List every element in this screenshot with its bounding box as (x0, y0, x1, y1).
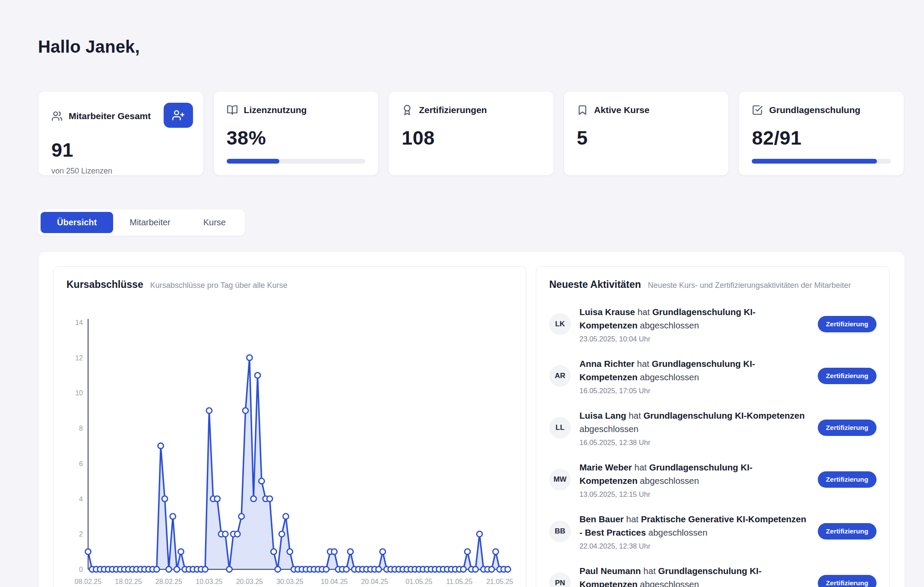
suffix-word: abgeschlossen (649, 527, 708, 537)
stat-label: Aktive Kurse (594, 105, 649, 115)
svg-text:28.02.25: 28.02.25 (155, 578, 182, 585)
book-open-icon (227, 104, 238, 116)
certification-badge: Zertifizierung (818, 420, 877, 436)
activity-text: Luisa Lang hat Grundlagenschulung KI-Kom… (579, 409, 809, 447)
activity-list: LK Luisa Krause hat Grundlagenschulung K… (549, 305, 877, 587)
suffix-word: abgeschlossen (640, 320, 699, 330)
course-completions-panel: Kursabschlüsse Kursabschlüsse pro Tag üb… (53, 266, 526, 587)
stat-card-header: Lizenznutzung (227, 104, 366, 116)
employee-name: Luisa Lang (579, 410, 626, 420)
stat-value: 38% (227, 127, 366, 149)
employee-name: Paul Neumann (579, 566, 641, 576)
add-user-button[interactable] (164, 103, 193, 128)
svg-text:01.05.25: 01.05.25 (405, 578, 432, 585)
activity-description: Luisa Krause hat Grundlagenschulung KI-K… (579, 305, 809, 332)
stat-value: 91 (51, 139, 190, 161)
tab-mitarbeiter[interactable]: Mitarbeiter (113, 212, 187, 233)
activity-description: Luisa Lang hat Grundlagenschulung KI-Kom… (579, 409, 809, 436)
svg-text:8: 8 (79, 425, 83, 432)
tab-übersicht[interactable]: Übersicht (41, 212, 113, 233)
stat-card-aktive-kurse: Aktive Kurse 5 (563, 91, 729, 176)
activity-row: AR Anna Richter hat Grundlagenschulung K… (549, 357, 877, 395)
certification-badge: Zertifizierung (818, 316, 877, 332)
activity-timestamp: 13.05.2025, 12:15 Uhr (579, 490, 809, 499)
certification-badge: Zertifizierung (818, 471, 877, 488)
svg-text:08.02.25: 08.02.25 (75, 578, 101, 585)
activities-subtitle: Neueste Kurs- und Zertifizierungsaktivit… (648, 281, 851, 290)
license-progress-fill (227, 159, 279, 164)
employee-name: Marie Weber (579, 462, 632, 472)
activity-timestamp: 22.04.2025, 12:38 Uhr (579, 542, 809, 550)
svg-text:20.04.25: 20.04.25 (361, 578, 388, 585)
action-word: hat (643, 566, 656, 576)
activity-timestamp: 16.05.2025, 12:38 Uhr (579, 439, 809, 447)
recent-activities-panel: Neueste Aktivitäten Neueste Kurs- und Ze… (536, 266, 890, 587)
activity-timestamp: 23.05.2025, 10:04 Uhr (579, 335, 809, 343)
svg-text:21.05.25: 21.05.25 (486, 578, 513, 585)
stat-card-header: Mitarbeiter Gesamt (51, 104, 190, 128)
license-progress-track (227, 159, 366, 164)
employee-name: Luisa Krause (579, 307, 635, 317)
avatar: BB (549, 521, 571, 542)
dashboard-page: Hallo Janek, Mitarbeiter Gesamt 91 von 2… (0, 0, 924, 587)
certification-badge: Zertifizierung (818, 368, 877, 384)
tab-kurse[interactable]: Kurse (187, 212, 242, 233)
activity-description: Marie Weber hat Grundlagenschulung KI-Ko… (579, 461, 809, 487)
stat-card-lizenznutzung: Lizenznutzung 38% (213, 91, 379, 176)
check-square-icon (752, 104, 763, 116)
stat-card-grundlagenschulung: Grundlagenschulung 82/91 (738, 91, 904, 176)
svg-text:30.03.25: 30.03.25 (276, 578, 303, 585)
chart-subtitle: Kursabschlüsse pro Tag über alle Kurse (150, 281, 288, 290)
completions-chart: 0246810121408.02.2518.02.2528.02.2510.03… (66, 315, 514, 587)
svg-text:14: 14 (75, 319, 83, 326)
avatar: PN (549, 572, 571, 587)
svg-text:10: 10 (75, 389, 83, 397)
suffix-word: abgeschlossen (579, 424, 639, 434)
activities-title: Neueste Aktivitäten (549, 279, 641, 290)
stat-label: Lizenznutzung (244, 105, 307, 115)
stat-value: 5 (577, 127, 716, 149)
activity-text: Anna Richter hat Grundlagenschulung KI-K… (579, 357, 809, 395)
avatar: LL (549, 417, 571, 439)
activity-row: BB Ben Bauer hat Praktische Generative K… (549, 512, 877, 550)
stat-card-header: Grundlagenschulung (752, 104, 891, 116)
svg-text:6: 6 (79, 460, 83, 467)
certification-badge: Zertifizierung (818, 575, 877, 587)
stat-label: Mitarbeiter Gesamt (69, 111, 151, 121)
svg-text:11.05.25: 11.05.25 (446, 578, 472, 585)
users-icon (51, 110, 63, 122)
activity-row: LK Luisa Krause hat Grundlagenschulung K… (549, 305, 877, 343)
stat-card-header: Aktive Kurse (577, 104, 716, 116)
action-word: hat (637, 307, 650, 317)
stat-card-mitarbeiter: Mitarbeiter Gesamt 91 von 250 Lizenzen (38, 91, 204, 176)
activity-description: Ben Bauer hat Praktische Generative KI-K… (579, 512, 809, 539)
stats-row: Mitarbeiter Gesamt 91 von 250 Lizenzen L… (38, 91, 904, 176)
action-word: hat (626, 514, 639, 524)
stat-value: 108 (402, 127, 541, 149)
chart-title: Kursabschlüsse (66, 279, 143, 290)
activity-description: Anna Richter hat Grundlagenschulung KI-K… (579, 357, 809, 384)
avatar: AR (549, 365, 571, 387)
course-name: Grundlagenschulung KI-Kompetenzen (643, 410, 805, 420)
chart-area: 0246810121408.02.2518.02.2528.02.2510.03… (66, 315, 513, 587)
employee-name: Anna Richter (579, 359, 635, 369)
chart-header: Kursabschlüsse Kursabschlüsse pro Tag üb… (66, 279, 513, 290)
activity-row: LL Luisa Lang hat Grundlagenschulung KI-… (549, 409, 877, 447)
stat-value: 82/91 (752, 127, 891, 149)
activity-text: Marie Weber hat Grundlagenschulung KI-Ko… (579, 461, 809, 499)
activity-description: Paul Neumann hat Grundlagenschulung KI-K… (579, 564, 809, 587)
svg-text:2: 2 (79, 530, 83, 538)
action-word: hat (629, 410, 641, 420)
activity-row: MW Marie Weber hat Grundlagenschulung KI… (549, 461, 877, 499)
user-plus-icon (172, 109, 184, 121)
employee-name: Ben Bauer (579, 514, 624, 524)
stat-label: Grundlagenschulung (769, 105, 860, 115)
activity-timestamp: 16.05.2025, 17:05 Uhr (579, 387, 809, 395)
action-word: hat (634, 462, 647, 472)
svg-text:10.04.25: 10.04.25 (321, 578, 348, 585)
stat-label: Zertifizierungen (419, 105, 487, 115)
certification-badge: Zertifizierung (818, 523, 877, 540)
svg-text:12: 12 (75, 354, 83, 362)
overview-content: Kursabschlüsse Kursabschlüsse pro Tag üb… (38, 251, 905, 587)
activity-text: Ben Bauer hat Praktische Generative KI-K… (579, 512, 809, 550)
